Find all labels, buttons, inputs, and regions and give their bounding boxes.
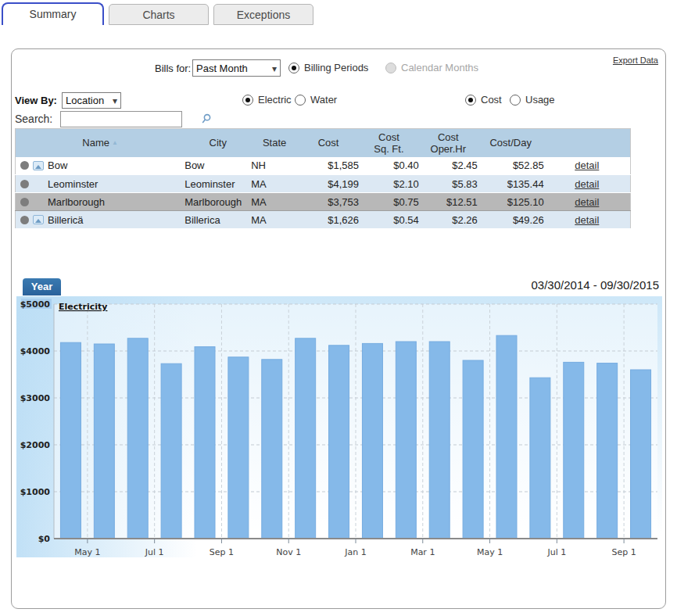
year-button[interactable]: Year	[23, 278, 61, 295]
bar-May-2015[interactable]	[496, 335, 517, 539]
col-header-cost-day[interactable]: Cost/Day	[478, 129, 544, 157]
detail-link[interactable]: detail	[575, 159, 599, 171]
cost-label: Cost	[481, 94, 502, 106]
tab-charts[interactable]: Charts	[109, 4, 209, 25]
radio-cost[interactable]: Cost	[465, 94, 502, 106]
detail-link[interactable]: detail	[575, 178, 599, 190]
bar-Apr-2014[interactable]	[60, 342, 81, 539]
detail-link[interactable]: detail	[575, 196, 599, 208]
table-row-billerica[interactable]: Billericä Billerica MA $1,626 $0.54 $2.2…	[16, 211, 631, 229]
chevron-down-icon	[109, 95, 117, 106]
bar-Sep-2015[interactable]	[631, 370, 651, 539]
radio-dot-icon	[295, 95, 306, 106]
chevron-down-icon	[269, 63, 277, 74]
svg-text:$3000: $3000	[20, 393, 51, 403]
bar-Jul-2014[interactable]	[161, 364, 181, 539]
cost-operhr-cell: $12.51	[419, 193, 478, 211]
chart-icon[interactable]	[33, 161, 44, 170]
bar-Jan-2015[interactable]	[362, 343, 382, 539]
svg-text:May 1: May 1	[477, 547, 503, 557]
tab-exceptions-label: Exceptions	[237, 9, 290, 21]
svg-text:$0: $0	[38, 534, 51, 544]
location-name: Leominster	[48, 178, 98, 190]
bar-Sep-2014[interactable]	[228, 357, 249, 539]
bar-May-2014[interactable]	[94, 344, 114, 539]
radio-electric[interactable]: Electric	[242, 94, 292, 106]
col-header-state[interactable]: State	[251, 129, 298, 157]
chart-icon[interactable]	[33, 215, 44, 224]
bar-Jul-2015[interactable]	[564, 362, 584, 539]
cost-day-cell: $52.85	[478, 157, 544, 175]
search-input[interactable]	[60, 111, 182, 127]
view-by-value: Location	[66, 95, 109, 106]
series-label-electricity[interactable]: Electricity	[59, 302, 107, 312]
table-row-marlborough[interactable]: Marlborough Marlborough MA $3,753 $0.75 …	[16, 193, 631, 211]
cost-operhr-cell: $2.26	[419, 211, 478, 229]
col-header-cost[interactable]: Cost	[298, 129, 359, 157]
sort-asc-icon[interactable]	[109, 137, 118, 149]
bar-Jun-2015[interactable]	[530, 378, 550, 539]
export-data-link[interactable]: Export Data	[613, 56, 658, 65]
tab-charts-label: Charts	[142, 9, 174, 21]
electricity-bar-chart: $0$1000$2000$3000$4000$5000May 1Jul 1Sep…	[16, 296, 662, 557]
radio-usage[interactable]: Usage	[510, 94, 555, 106]
radio-dot-icon	[465, 95, 476, 106]
cost-operhr-cell: $5.83	[419, 175, 478, 193]
svg-text:Mar 1: Mar 1	[410, 547, 435, 557]
cost-cell: $1,585	[298, 157, 359, 175]
table-header-row: Name City State Cost CostSq. Ft. CostOpe…	[16, 129, 631, 157]
view-by-select[interactable]: Location	[62, 92, 121, 109]
radio-billing-periods[interactable]: Billing Periods	[288, 62, 368, 73]
svg-text:Jul 1: Jul 1	[145, 547, 164, 557]
cost-sqft-cell: $0.40	[359, 157, 419, 175]
status-indicator-icon	[20, 216, 29, 224]
col-header-city[interactable]: City	[184, 129, 251, 157]
usage-label: Usage	[525, 94, 555, 106]
view-by-label: View By:	[15, 95, 57, 106]
summary-panel: Export Data Bills for: Past Month Billin…	[11, 48, 666, 609]
bills-for-label: Bills for:	[155, 63, 191, 74]
billing-periods-label: Billing Periods	[304, 62, 368, 73]
tab-bar: Summary Charts Exceptions	[2, 2, 675, 26]
cost-day-cell: $135.44	[478, 175, 544, 193]
calendar-months-label: Calendar Months	[401, 62, 478, 73]
svg-text:$1000: $1000	[20, 487, 51, 497]
electric-label: Electric	[258, 94, 292, 106]
svg-text:$5000: $5000	[20, 299, 51, 310]
radio-calendar-months[interactable]: Calendar Months	[385, 62, 478, 73]
search-label: Search:	[15, 113, 52, 125]
city-cell: Leominster	[184, 175, 251, 193]
bar-Oct-2014[interactable]	[262, 360, 282, 539]
cost-day-cell: $49.26	[478, 211, 544, 229]
cost-sqft-cell: $0.54	[359, 211, 419, 229]
bar-Feb-2015[interactable]	[396, 342, 416, 539]
col-header-name[interactable]: Name	[16, 129, 185, 157]
table-row-leominster[interactable]: Leominster Leominster MA $4,199 $2.10 $5…	[16, 175, 631, 193]
bar-Aug-2014[interactable]	[195, 347, 215, 539]
col-header-cost-operhr[interactable]: CostOper.Hr	[419, 129, 478, 157]
svg-text:Sep 1: Sep 1	[611, 547, 636, 557]
cost-sqft-cell: $2.10	[359, 175, 419, 193]
city-cell: Marlborough	[184, 193, 251, 211]
tab-summary[interactable]: Summary	[2, 2, 104, 25]
col-header-cost-sqft[interactable]: CostSq. Ft.	[359, 129, 419, 157]
table-row-bow[interactable]: Bow Bow NH $1,585 $0.40 $2.45 $52.85 det…	[16, 157, 631, 175]
location-name: Billericä	[48, 214, 84, 226]
bar-Aug-2015[interactable]	[597, 364, 618, 539]
radio-dot-icon	[385, 63, 396, 73]
state-cell: MA	[251, 211, 298, 229]
svg-text:Jul 1: Jul 1	[546, 547, 566, 557]
search-icon[interactable]	[201, 113, 212, 124]
detail-link[interactable]: detail	[575, 214, 599, 226]
bills-for-select[interactable]: Past Month	[192, 59, 281, 77]
state-cell: MA	[251, 193, 298, 211]
bar-Mar-2015[interactable]	[429, 342, 450, 539]
radio-water[interactable]: Water	[295, 94, 337, 106]
bar-Apr-2015[interactable]	[463, 360, 483, 539]
bar-Dec-2014[interactable]	[329, 346, 349, 539]
tab-exceptions[interactable]: Exceptions	[213, 4, 313, 25]
col-header-detail	[544, 129, 631, 157]
bar-Jun-2014[interactable]	[127, 338, 148, 539]
locations-table: Name City State Cost CostSq. Ft. CostOpe…	[15, 128, 631, 229]
bar-Nov-2014[interactable]	[296, 338, 316, 539]
